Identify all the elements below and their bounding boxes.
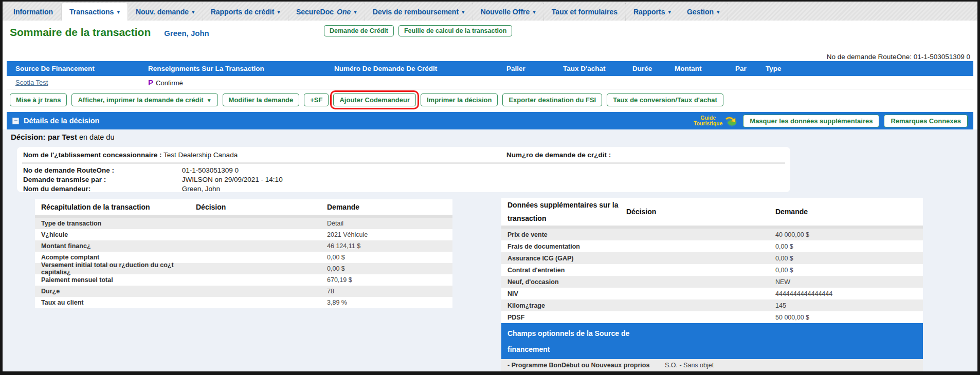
conversion-rate-button[interactable]: Taux de conversion/Taux d'achat — [607, 93, 723, 106]
table-row: Prix de vente 40 000,00 $ — [501, 229, 923, 240]
financing-source-link[interactable]: Scotia Test — [15, 79, 48, 86]
transaction-status-cell: PConfirmé — [148, 78, 334, 87]
recap-table: Récapitulation de la transaction Décisio… — [35, 199, 452, 308]
chevron-down-icon: ▼ — [207, 98, 212, 103]
collapse-icon[interactable]: − — [12, 118, 19, 124]
col-montant: Montant — [675, 65, 735, 72]
modify-request-button[interactable]: Modifier la demande — [223, 93, 300, 106]
tab-rapports[interactable]: Rapports ▾ — [626, 3, 679, 21]
table-row: Contrat d'entretien 0,00 $ — [501, 264, 923, 276]
supp-rows: Prix de vente 40 000,00 $ Frais de docum… — [501, 229, 923, 323]
chevron-down-icon: ▾ — [192, 9, 195, 15]
table-row: Assurance ICG (GAP) 0,00 $ — [501, 252, 923, 264]
main-navbar: Information Transactions ▾ Nouv. demande… — [3, 2, 977, 21]
tab-rapports-credit[interactable]: Rapports de crédit ▾ — [203, 3, 288, 21]
table-row: Frais de documentation 0,00 $ — [501, 240, 923, 252]
optional-field-row: - Programme BonDébut ou Nouveaux proprio… — [501, 359, 923, 371]
row-demande-value: 0,00 $ — [327, 254, 452, 261]
submitted-by-row: Demande transmise par : JWILSON on 29/09… — [23, 176, 283, 183]
tab-label: Rapports — [633, 8, 665, 16]
table-row: Neuf, d'occasion NEW — [501, 276, 923, 288]
recap-title: Récapitulation de la transaction — [35, 200, 196, 214]
dealer-name-label: Nom de l'¿tablissement concessionnaire : — [23, 151, 162, 159]
row-value: 01-1-503051309 0 — [182, 166, 239, 174]
col-demande: Demande — [327, 203, 452, 211]
view-print-credit-app-button[interactable]: Afficher, imprimer la demande de crédit▼ — [71, 93, 217, 106]
chevron-down-icon: ▾ — [354, 9, 357, 15]
table-row: Montant financ¿ 46 124,11 $ — [35, 240, 452, 252]
dealer-name-row: Nom de l'¿tablissement concessionnaire :… — [23, 151, 238, 159]
row-label: V¿hicule — [35, 231, 196, 238]
customer-name-link[interactable]: Green, John — [164, 29, 209, 38]
row-demande-value: 50 000,00 $ — [775, 314, 923, 321]
row-label: Paiement mensuel total — [35, 276, 196, 284]
row-label: Dur¿e — [35, 288, 196, 295]
decision-by: Décision: par Test — [11, 133, 77, 141]
tab-label-suffix: One — [337, 8, 351, 16]
optional-fields-band: Champs optionnels de la Source de financ… — [501, 323, 923, 359]
row-label: Neuf, d'occasion — [501, 278, 626, 286]
guide-label: Guide Touristique — [694, 115, 722, 126]
tab-label: Gestion — [687, 8, 714, 16]
tab-information[interactable]: Information — [6, 3, 61, 21]
tab-taux-formulaires[interactable]: Taux et formulaires — [544, 3, 626, 21]
guide-touristique[interactable]: Guide Touristique — [694, 114, 738, 128]
col-demande: Demande — [775, 208, 923, 216]
supp-table-header: Données supplémentaires sur la transacti… — [501, 198, 923, 226]
row-value: S.O. - Sans objet — [665, 362, 714, 369]
page-header: Sommaire de la transaction Green, John D… — [3, 21, 977, 61]
row-demande-value: 0,00 $ — [327, 265, 452, 272]
row-label: Versement initial total ou r¿duction du … — [35, 261, 196, 276]
decision-bar-right: Guide Touristique Masquer les données su… — [694, 114, 968, 128]
tab-transactions[interactable]: Transactions ▾ — [61, 3, 128, 21]
row-demande-value: 78 — [327, 288, 452, 295]
row-label: Prix de vente — [501, 231, 626, 238]
tab-label: Information — [13, 8, 53, 16]
credit-request-number-label: Num¿ro de demande de cr¿dit : — [506, 151, 611, 159]
tab-nouvelle-offre[interactable]: Nouvelle Offre ▾ — [473, 3, 544, 21]
request-number-row: No de demande RouteOne : 01-1-503051309 … — [23, 166, 239, 174]
supp-title: Données supplémentaires sur la transacti… — [501, 198, 626, 225]
export-fsi-button[interactable]: Exporter destination du FSI — [502, 93, 602, 106]
decision-summary-line: Décision: par Test en date du — [11, 133, 115, 141]
tab-nouv-demande[interactable]: Nouv. demande ▾ — [128, 3, 203, 21]
update-transaction-button[interactable]: Mise à jr trans — [10, 93, 67, 106]
col-duree: Durée — [632, 65, 675, 72]
row-label: Acompte comptant — [35, 254, 196, 261]
print-decision-button[interactable]: Imprimer la décision — [421, 93, 498, 106]
decision-details-content: Décision: par Test en date du Nom de l'¿… — [3, 129, 977, 371]
row-label: PDSF — [501, 314, 626, 321]
add-fs-button[interactable]: +SF — [304, 93, 329, 106]
row-demande-value: 0,00 $ — [775, 267, 923, 274]
chevron-down-icon: ▾ — [462, 9, 465, 15]
globe-guide-icon — [724, 114, 738, 128]
row-demande-value: 0,00 $ — [775, 243, 923, 250]
chevron-down-icon: ▾ — [533, 9, 536, 15]
row-label: NIV — [501, 290, 626, 297]
demande-credit-button[interactable]: Demande de Crédit — [324, 25, 394, 36]
decision-date-label: en date du — [79, 133, 115, 141]
row-label: Demande transmise par : — [23, 176, 180, 183]
tab-label: Rapports de crédit — [211, 8, 275, 16]
row-label: Assurance ICG (GAP) — [501, 255, 626, 262]
chevron-down-icon: ▾ — [117, 9, 120, 15]
chevron-down-icon: ▾ — [668, 9, 671, 15]
tab-securedocone[interactable]: SecureDocOne ▾ — [288, 3, 365, 21]
recap-rows: Type de transaction Détail V¿hicule 2021… — [35, 218, 452, 308]
financing-table-row: Scotia Test PConfirmé — [7, 76, 973, 89]
page-title: Sommaire de la transaction — [10, 26, 151, 39]
hide-supplementary-data-button[interactable]: Masquer les données supplémentaires — [743, 115, 879, 127]
add-coapplicant-button[interactable]: Ajouter Codemandeur — [333, 93, 416, 106]
tab-devis-remboursement[interactable]: Devis de remboursement ▾ — [365, 3, 473, 21]
col-renseignements: Renseignments Sur La Transaction — [148, 65, 334, 72]
table-row: PDSF 50 000,00 $ — [501, 311, 923, 323]
tab-gestion[interactable]: Gestion ▾ — [679, 3, 728, 21]
related-notes-button[interactable]: Remarques Connexes — [884, 115, 968, 127]
financing-table-header: Source De Financement Renseignments Sur … — [7, 61, 973, 76]
row-demande-value: 145 — [775, 302, 923, 309]
feuille-calcul-button[interactable]: Feuille de calcul de la transaction — [398, 25, 512, 36]
col-source-financement: Source De Financement — [15, 65, 148, 72]
row-demande-value: 46 124,11 $ — [327, 242, 452, 250]
recap-table-header: Récapitulation de la transaction Décisio… — [35, 199, 452, 215]
applicant-name-row: Nom du demandeur: Green, John — [23, 185, 220, 193]
